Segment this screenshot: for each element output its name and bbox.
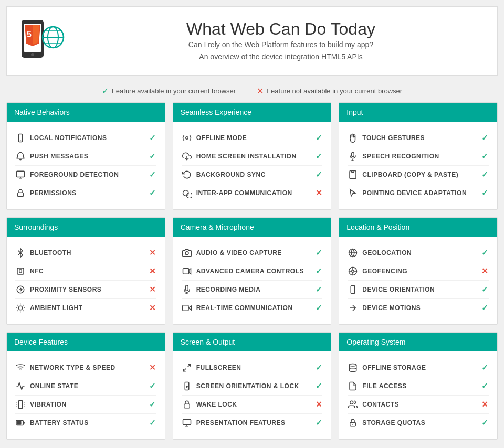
legend-available: ✓ Feature available in your current brow… [102, 86, 236, 96]
network-icon [15, 362, 26, 373]
feature-item: POINTING DEVICE ADAPTATION✓ [348, 184, 489, 202]
detect-icon [15, 169, 26, 180]
card-header-screen-output: Screen & Output [173, 333, 331, 351]
feature-status: ✕ [149, 248, 156, 258]
feature-item: WAKE LOCK✕ [182, 396, 323, 414]
feature-name: SPEECH RECOGNITION [362, 153, 477, 160]
svg-point-71 [350, 364, 357, 367]
card-header-camera-microphone: Camera & Microphone [173, 218, 331, 237]
feature-status: ✓ [481, 170, 489, 179]
feature-status: ✓ [481, 363, 489, 372]
svg-line-30 [23, 311, 24, 311]
file-icon [348, 381, 358, 391]
svg-point-66 [186, 386, 187, 387]
feature-item: SPEECH RECOGNITION✓ [348, 147, 489, 166]
feature-name: HOME SCREEN INSTALLATION [196, 153, 311, 160]
card-input: InputTOUCH GESTURES✓SPEECH RECOGNITION✓C… [339, 102, 498, 210]
page-header: 5 What Web Can Do Today Can I rely on th… [6, 6, 498, 76]
feature-name: OFFLINE STORAGE [362, 364, 477, 371]
svg-line-33 [17, 311, 18, 311]
page-subtitle: Can I rely on the Web Platform features … [75, 39, 487, 62]
svg-text:5: 5 [27, 30, 32, 39]
feature-status: ✓ [149, 381, 156, 391]
svg-rect-53 [18, 401, 23, 409]
feature-item: BACKGROUND SYNC✓ [182, 166, 323, 184]
feature-name: GEOLOCATION [362, 249, 477, 257]
feature-name: PUSH MESSAGES [30, 153, 145, 160]
feature-name: RECORDING MEDIA [196, 286, 311, 293]
storage-icon [348, 362, 358, 373]
feature-status: ✓ [316, 363, 323, 372]
svg-rect-67 [184, 404, 190, 408]
feature-status: ✓ [316, 418, 323, 428]
battery-icon [15, 418, 26, 428]
svg-line-64 [183, 369, 186, 371]
svg-rect-24 [17, 268, 24, 274]
feature-name: GEOFENCING [362, 268, 477, 275]
card-device-features: Device FeaturesNETWORK TYPE & SPEED✕ONLI… [6, 332, 165, 440]
feature-status: ✓ [316, 381, 323, 391]
fullscreen-icon [182, 362, 192, 373]
apps-icon [182, 188, 192, 198]
orient-icon [348, 284, 358, 295]
svg-rect-20 [352, 153, 354, 157]
feature-name: DEVICE ORIENTATION [362, 286, 477, 293]
sync-icon [182, 169, 192, 180]
feature-item: PRESENTATION FEATURES✓ [182, 414, 323, 432]
record-icon [182, 284, 192, 295]
feature-item: STORAGE QUOTAS✓ [348, 414, 489, 432]
screenlock-icon [182, 381, 192, 391]
motion-icon [348, 303, 358, 313]
feature-item: DEVICE MOTIONS✓ [348, 299, 489, 317]
feature-name: PERMISSIONS [30, 189, 145, 197]
check-icon: ✓ [102, 86, 109, 96]
features-grid: Native BehaviorsLOCAL NOTIFICATIONS✓PUSH… [0, 102, 504, 446]
feature-item: AUDIO & VIDEO CAPTURE✓ [182, 244, 323, 262]
feature-status: ✓ [149, 188, 156, 198]
camera2-icon [182, 266, 192, 276]
feature-status: ✓ [481, 133, 489, 143]
feature-status: ✓ [481, 248, 489, 258]
feature-status: ✕ [149, 303, 156, 313]
feature-status: ✓ [316, 133, 323, 143]
card-header-seamless-experience: Seamless Experience [173, 103, 331, 122]
svg-point-35 [185, 252, 188, 255]
feature-item: DEVICE ORIENTATION✓ [348, 281, 489, 299]
page-footer: Created by Adam Bar Licenced under CC-BY… [6, 446, 498, 448]
feature-status: ✓ [316, 248, 323, 258]
feature-status: ✓ [481, 188, 489, 198]
bluetooth-icon [15, 248, 26, 258]
geo-icon [348, 248, 358, 258]
svg-rect-36 [183, 269, 188, 274]
feature-name: AMBIENT LIGHT [30, 304, 145, 312]
feature-name: OFFLINE MODE [196, 134, 311, 142]
card-body-operating-system: OFFLINE STORAGE✓FILE ACCESS✓CONTACTS✕STO… [339, 351, 497, 439]
video-icon [182, 303, 192, 313]
feature-item: FULLSCREEN✓ [182, 359, 323, 377]
feature-item: PROXIMITY SENSORS✕ [15, 281, 156, 299]
card-surroundings: SurroundingsBLUETOOTH✕NFC✕PROXIMITY SENS… [6, 217, 165, 325]
card-body-device-features: NETWORK TYPE & SPEED✕ONLINE STATE✓VIBRAT… [7, 351, 165, 439]
feature-name: CLIPBOARD (COPY & PASTE) [362, 171, 477, 178]
card-header-input: Input [339, 103, 497, 122]
lock-icon [15, 188, 26, 198]
feature-name: SCREEN ORIENTATION & LOCK [196, 382, 311, 390]
feature-name: FILE ACCESS [362, 382, 477, 390]
feature-item: GEOLOCATION✓ [348, 244, 489, 262]
wakelock-icon [182, 399, 192, 410]
cross-icon: ✕ [257, 86, 264, 96]
header-text-block: What Web Can Do Today Can I rely on the … [75, 19, 487, 62]
legend-unavailable: ✕ Feature not available in your current … [257, 86, 402, 96]
header-logo: 5 [17, 17, 65, 65]
svg-line-63 [187, 364, 190, 367]
svg-line-34 [23, 305, 24, 305]
card-body-screen-output: FULLSCREEN✓SCREEN ORIENTATION & LOCK✓WAK… [173, 351, 331, 439]
feature-status: ✓ [316, 266, 323, 276]
feature-status: ✓ [481, 303, 489, 313]
feature-name: STORAGE QUOTAS [362, 419, 477, 426]
svg-point-17 [185, 137, 188, 140]
card-body-camera-microphone: AUDIO & VIDEO CAPTURE✓ADVANCED CAMERA CO… [173, 237, 331, 324]
feature-item: OFFLINE STORAGE✓ [348, 359, 489, 377]
feature-status: ✓ [316, 303, 323, 313]
feature-name: BATTERY STATUS [30, 419, 145, 426]
